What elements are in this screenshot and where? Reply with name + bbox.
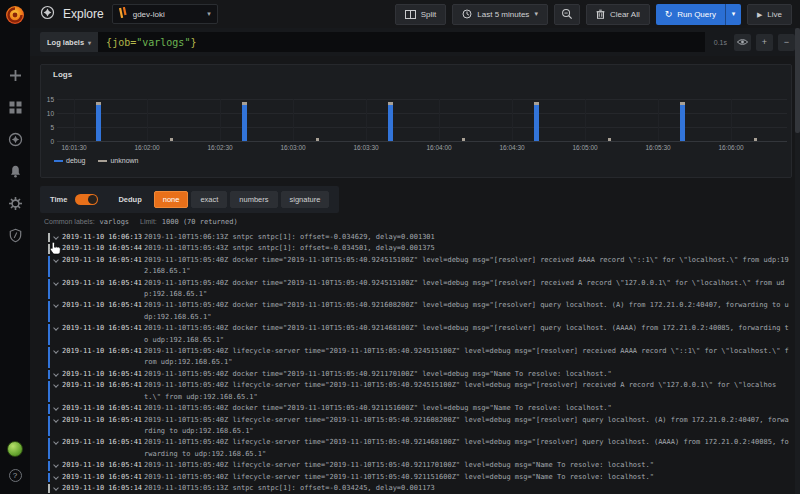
dedup-option-exact[interactable]: exact [191,191,227,208]
live-button[interactable]: ▶ Live [747,4,792,25]
log-timestamp: 2019-11-10 16:05:41 [62,278,144,301]
explore-compass-icon [40,5,55,24]
datasource-picker[interactable]: gdev-loki ▾ [112,4,218,24]
logs-histogram[interactable]: 05101516:01:3016:02:0016:02:3016:03:0016… [57,99,787,141]
time-range-picker[interactable]: Last 5 minutes ▾ [452,4,548,25]
bar-debug [96,105,101,141]
sidebar-item-explore[interactable] [8,132,23,147]
expand-chevron-icon[interactable] [53,369,62,380]
run-query-button[interactable]: ↻ Run Query ▾ [656,4,741,25]
log-row[interactable]: 2019-11-10 16:06:132019-11-10T15:06:13Z … [48,232,790,243]
dedup-option-signature[interactable]: signature [281,191,330,208]
log-row[interactable]: 2019-11-10 16:05:412019-11-10T15:05:40Z … [48,346,790,369]
log-row[interactable]: 2019-11-10 16:05:412019-11-10T15:05:40Z … [48,415,790,438]
log-row[interactable]: 2019-11-10 16:05:412019-11-10T15:05:40Z … [48,472,790,483]
log-row[interactable]: 2019-11-10 16:05:412019-11-10T15:05:40Z … [48,255,790,278]
datasource-name: gdev-loki [133,10,165,19]
expand-chevron-icon[interactable] [53,380,62,403]
log-row[interactable]: 2019-11-10 16:05:412019-11-10T15:05:40Z … [48,278,790,301]
dedup-option-numbers[interactable]: numbers [230,191,277,208]
log-row[interactable]: 2019-11-10 16:05:412019-11-10T15:05:40Z … [48,437,790,460]
expand-chevron-icon[interactable] [53,483,62,494]
x-gridline [147,99,148,141]
chevron-down-icon [53,257,59,263]
bar-unknown [534,102,539,105]
expand-chevron-icon[interactable] [53,346,62,369]
x-gridline [585,99,586,141]
time-range-label: Last 5 minutes [477,10,529,19]
log-timestamp: 2019-11-10 16:05:41 [62,346,144,369]
add-query-button[interactable]: + [756,34,773,51]
chevron-down-icon [53,439,59,445]
log-level-bar-unknown [48,233,50,242]
expand-chevron-icon[interactable] [53,472,62,483]
x-gridline [74,99,75,141]
bar-unknown [170,138,173,141]
expand-chevron-icon[interactable] [53,300,62,323]
sidebar-item-alerting[interactable] [8,164,23,179]
log-row[interactable]: 2019-11-10 16:05:412019-11-10T15:05:40Z … [48,369,790,380]
bar-debug [388,105,393,141]
expand-chevron-icon[interactable] [53,460,62,471]
log-level-bar-debug [48,324,50,345]
dedup-option-none[interactable]: none [154,191,189,208]
scrollbar [795,28,800,494]
x-axis-tick-label: 16:04:00 [417,144,461,151]
log-row[interactable]: 2019-11-10 16:05:412019-11-10T15:05:40Z … [48,380,790,403]
zoom-out-button[interactable] [554,4,580,25]
legend-swatch [98,160,107,162]
log-row[interactable]: 2019-11-10 16:05:412019-11-10T15:05:40Z … [48,403,790,414]
log-row[interactable]: 2019-11-10 16:05:142019-11-10T15:05:13Z … [48,483,790,494]
log-level-bar-debug [48,416,50,437]
query-input[interactable]: {job="varlogs"} [98,32,705,52]
log-level-bar-debug [48,438,50,459]
log-row[interactable]: 2019-11-10 16:05:442019-11-10T15:05:43Z … [48,243,790,254]
panel-title[interactable]: Logs [53,70,72,79]
sidebar-item-server-admin[interactable] [8,228,23,243]
chevron-down-icon [53,303,59,309]
remove-query-button[interactable]: − [778,34,795,51]
log-row[interactable]: 2019-11-10 16:05:412019-11-10T15:05:40Z … [48,323,790,346]
chevron-down-icon: ▾ [207,10,211,18]
legend-item-unknown[interactable]: unknown [98,157,138,164]
expand-chevron-icon[interactable] [53,243,62,254]
time-toggle[interactable] [75,194,98,205]
legend-item-debug[interactable]: debug [54,157,85,164]
common-labels-value: varlogs [100,218,130,226]
log-message: 2019-11-10T15:05:40Z lifecycle-server ti… [144,460,790,471]
expand-chevron-icon[interactable] [53,415,62,438]
help-icon[interactable]: ? [9,469,22,482]
log-level-bar-unknown [48,484,50,493]
sidebar-item-dashboards[interactable] [8,100,23,115]
sidebar-item-create[interactable] [8,68,23,83]
log-message: 2019-11-10T15:05:40Z lifecycle-server ti… [144,415,790,438]
expand-chevron-icon[interactable] [53,255,62,278]
clear-all-label: Clear All [610,10,640,19]
scrollbar-thumb[interactable] [795,28,800,133]
run-query-dropdown[interactable]: ▾ [725,4,741,25]
expand-chevron-icon[interactable] [53,437,62,460]
sidebar-item-configuration[interactable] [8,196,23,211]
log-labels-dropdown[interactable]: Log labels ▾ [40,32,98,52]
expand-chevron-icon[interactable] [53,232,62,243]
chevron-down-icon: ▾ [534,10,538,18]
hide-query-button[interactable] [734,34,751,51]
chevron-down-icon [53,280,59,286]
logs-meta: Common labels: varlogs Limit: 1000 (70 r… [44,218,238,226]
expand-chevron-icon[interactable] [53,278,62,301]
x-gridline [658,99,659,141]
log-timestamp: 2019-11-10 16:05:41 [62,323,144,346]
log-timestamp: 2019-11-10 16:05:41 [62,460,144,471]
grafana-logo-icon[interactable] [4,4,26,26]
bar-unknown [242,102,247,105]
log-row[interactable]: 2019-11-10 16:05:412019-11-10T15:05:40Z … [48,460,790,471]
log-message: 2019-11-10T15:05:40Z docker time="2019-1… [144,255,790,278]
log-row[interactable]: 2019-11-10 16:05:412019-11-10T15:05:40Z … [48,300,790,323]
time-toggle-label: Time [50,195,67,204]
expand-chevron-icon[interactable] [53,323,62,346]
split-button[interactable]: Split [395,4,447,25]
clear-all-button[interactable]: Clear All [586,4,650,25]
expand-chevron-icon[interactable] [53,403,62,414]
user-avatar[interactable] [7,441,23,457]
log-message: 2019-11-10T15:05:43Z sntpc sntpc[1]: off… [144,243,790,254]
